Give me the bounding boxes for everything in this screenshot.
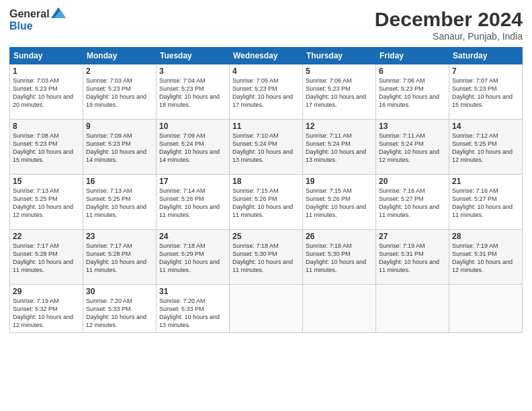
col-sunday: Sunday bbox=[10, 48, 83, 64]
day-number: 10 bbox=[159, 122, 226, 131]
table-row: 12Sunrise: 7:11 AMSunset: 5:24 PMDayligh… bbox=[303, 120, 376, 175]
logo-text-blue: Blue bbox=[9, 20, 33, 32]
table-row: 10Sunrise: 7:09 AMSunset: 5:24 PMDayligh… bbox=[157, 120, 230, 175]
day-number: 29 bbox=[13, 287, 80, 296]
table-row: 28Sunrise: 7:19 AMSunset: 5:31 PMDayligh… bbox=[449, 230, 523, 285]
day-info: Sunrise: 7:19 AMSunset: 5:31 PMDaylight:… bbox=[379, 242, 439, 273]
table-row bbox=[303, 285, 376, 333]
day-info: Sunrise: 7:14 AMSunset: 5:26 PMDaylight:… bbox=[159, 187, 220, 218]
day-info: Sunrise: 7:09 AMSunset: 5:24 PMDaylight:… bbox=[159, 132, 220, 163]
month-title: December 2024 bbox=[375, 8, 523, 31]
col-saturday: Saturday bbox=[449, 48, 523, 64]
day-number: 15 bbox=[13, 177, 80, 186]
table-row: 3Sunrise: 7:04 AMSunset: 5:23 PMDaylight… bbox=[157, 64, 230, 120]
table-row bbox=[449, 285, 523, 333]
table-row: 1Sunrise: 7:03 AMSunset: 5:23 PMDaylight… bbox=[10, 64, 83, 120]
day-info: Sunrise: 7:20 AMSunset: 5:33 PMDaylight:… bbox=[159, 298, 220, 328]
day-info: Sunrise: 7:03 AMSunset: 5:23 PMDaylight:… bbox=[86, 77, 146, 108]
day-info: Sunrise: 7:13 AMSunset: 5:25 PMDaylight:… bbox=[13, 187, 73, 218]
table-row: 16Sunrise: 7:13 AMSunset: 5:25 PMDayligh… bbox=[83, 175, 157, 230]
day-info: Sunrise: 7:11 AMSunset: 5:24 PMDaylight:… bbox=[306, 132, 366, 163]
title-area: December 2024 Sanaur, Punjab, India bbox=[375, 8, 523, 42]
table-row: 2Sunrise: 7:03 AMSunset: 5:23 PMDaylight… bbox=[83, 64, 157, 120]
table-row: 13Sunrise: 7:11 AMSunset: 5:24 PMDayligh… bbox=[376, 120, 449, 175]
table-row: 27Sunrise: 7:19 AMSunset: 5:31 PMDayligh… bbox=[376, 230, 449, 285]
logo-text-general: General bbox=[9, 8, 50, 20]
day-info: Sunrise: 7:03 AMSunset: 5:23 PMDaylight:… bbox=[13, 77, 73, 108]
table-row: 5Sunrise: 7:06 AMSunset: 5:23 PMDaylight… bbox=[303, 64, 376, 120]
day-number: 16 bbox=[86, 177, 153, 186]
day-number: 28 bbox=[452, 232, 519, 241]
table-row: 31Sunrise: 7:20 AMSunset: 5:33 PMDayligh… bbox=[157, 285, 230, 333]
day-info: Sunrise: 7:17 AMSunset: 5:28 PMDaylight:… bbox=[13, 242, 73, 273]
table-row: 25Sunrise: 7:18 AMSunset: 5:30 PMDayligh… bbox=[230, 230, 303, 285]
day-number: 27 bbox=[379, 232, 446, 241]
day-number: 30 bbox=[86, 287, 153, 296]
table-row: 30Sunrise: 7:20 AMSunset: 5:33 PMDayligh… bbox=[83, 285, 157, 333]
table-row: 22Sunrise: 7:17 AMSunset: 5:28 PMDayligh… bbox=[10, 230, 83, 285]
day-info: Sunrise: 7:12 AMSunset: 5:25 PMDaylight:… bbox=[452, 132, 513, 163]
day-number: 21 bbox=[452, 177, 519, 186]
table-row: 8Sunrise: 7:08 AMSunset: 5:23 PMDaylight… bbox=[10, 120, 83, 175]
day-number: 12 bbox=[306, 122, 373, 131]
table-row: 11Sunrise: 7:10 AMSunset: 5:24 PMDayligh… bbox=[230, 120, 303, 175]
table-row: 18Sunrise: 7:15 AMSunset: 5:26 PMDayligh… bbox=[230, 175, 303, 230]
day-info: Sunrise: 7:13 AMSunset: 5:25 PMDaylight:… bbox=[86, 187, 146, 218]
logo-icon bbox=[51, 7, 66, 18]
table-row: 19Sunrise: 7:15 AMSunset: 5:26 PMDayligh… bbox=[303, 175, 376, 230]
table-row: 14Sunrise: 7:12 AMSunset: 5:25 PMDayligh… bbox=[449, 120, 523, 175]
day-number: 24 bbox=[159, 232, 226, 241]
table-row bbox=[376, 285, 449, 333]
day-number: 17 bbox=[159, 177, 226, 186]
day-number: 7 bbox=[452, 66, 519, 76]
day-number: 19 bbox=[306, 177, 373, 186]
day-info: Sunrise: 7:15 AMSunset: 5:26 PMDaylight:… bbox=[306, 187, 366, 218]
day-info: Sunrise: 7:10 AMSunset: 5:24 PMDaylight:… bbox=[232, 132, 293, 163]
table-row: 17Sunrise: 7:14 AMSunset: 5:26 PMDayligh… bbox=[157, 175, 230, 230]
day-info: Sunrise: 7:06 AMSunset: 5:23 PMDaylight:… bbox=[379, 77, 439, 108]
day-info: Sunrise: 7:06 AMSunset: 5:23 PMDaylight:… bbox=[306, 77, 366, 108]
day-number: 23 bbox=[86, 232, 153, 241]
calendar-table: Sunday Monday Tuesday Wednesday Thursday… bbox=[9, 47, 523, 333]
table-row: 29Sunrise: 7:19 AMSunset: 5:32 PMDayligh… bbox=[10, 285, 83, 333]
day-info: Sunrise: 7:17 AMSunset: 5:28 PMDaylight:… bbox=[86, 242, 146, 273]
day-number: 9 bbox=[86, 122, 153, 131]
col-monday: Monday bbox=[83, 48, 157, 64]
table-row: 4Sunrise: 7:05 AMSunset: 5:23 PMDaylight… bbox=[230, 64, 303, 120]
col-tuesday: Tuesday bbox=[157, 48, 230, 64]
table-row: 20Sunrise: 7:16 AMSunset: 5:27 PMDayligh… bbox=[376, 175, 449, 230]
table-row: 7Sunrise: 7:07 AMSunset: 5:23 PMDaylight… bbox=[449, 64, 523, 120]
day-info: Sunrise: 7:18 AMSunset: 5:29 PMDaylight:… bbox=[159, 242, 220, 273]
day-info: Sunrise: 7:05 AMSunset: 5:23 PMDaylight:… bbox=[232, 77, 293, 108]
table-row: 15Sunrise: 7:13 AMSunset: 5:25 PMDayligh… bbox=[10, 175, 83, 230]
calendar-body: 1Sunrise: 7:03 AMSunset: 5:23 PMDaylight… bbox=[10, 64, 523, 333]
table-row: 6Sunrise: 7:06 AMSunset: 5:23 PMDaylight… bbox=[376, 64, 449, 120]
day-info: Sunrise: 7:18 AMSunset: 5:30 PMDaylight:… bbox=[306, 242, 366, 273]
day-number: 18 bbox=[232, 177, 300, 186]
table-row: 21Sunrise: 7:16 AMSunset: 5:27 PMDayligh… bbox=[449, 175, 523, 230]
table-row: 23Sunrise: 7:17 AMSunset: 5:28 PMDayligh… bbox=[83, 230, 157, 285]
day-info: Sunrise: 7:09 AMSunset: 5:23 PMDaylight:… bbox=[86, 132, 146, 163]
col-thursday: Thursday bbox=[303, 48, 376, 64]
header: General Blue December 2024 Sanaur, Punja… bbox=[9, 8, 523, 42]
day-info: Sunrise: 7:20 AMSunset: 5:33 PMDaylight:… bbox=[86, 298, 146, 328]
day-info: Sunrise: 7:18 AMSunset: 5:30 PMDaylight:… bbox=[232, 242, 293, 273]
day-info: Sunrise: 7:15 AMSunset: 5:26 PMDaylight:… bbox=[232, 187, 293, 218]
logo-area: General Blue bbox=[9, 8, 66, 32]
day-info: Sunrise: 7:07 AMSunset: 5:23 PMDaylight:… bbox=[452, 77, 513, 108]
day-number: 11 bbox=[232, 122, 300, 131]
day-number: 25 bbox=[232, 232, 300, 241]
day-info: Sunrise: 7:04 AMSunset: 5:23 PMDaylight:… bbox=[159, 77, 220, 108]
day-info: Sunrise: 7:19 AMSunset: 5:31 PMDaylight:… bbox=[452, 242, 513, 273]
day-info: Sunrise: 7:08 AMSunset: 5:23 PMDaylight:… bbox=[13, 132, 73, 163]
day-number: 14 bbox=[452, 122, 519, 131]
day-header-row: Sunday Monday Tuesday Wednesday Thursday… bbox=[10, 48, 523, 64]
day-info: Sunrise: 7:16 AMSunset: 5:27 PMDaylight:… bbox=[379, 187, 439, 218]
day-number: 22 bbox=[13, 232, 80, 241]
day-info: Sunrise: 7:11 AMSunset: 5:24 PMDaylight:… bbox=[379, 132, 439, 163]
day-number: 1 bbox=[13, 66, 80, 76]
table-row bbox=[230, 285, 303, 333]
day-number: 20 bbox=[379, 177, 446, 186]
day-number: 6 bbox=[379, 66, 446, 76]
day-info: Sunrise: 7:16 AMSunset: 5:27 PMDaylight:… bbox=[452, 187, 513, 218]
